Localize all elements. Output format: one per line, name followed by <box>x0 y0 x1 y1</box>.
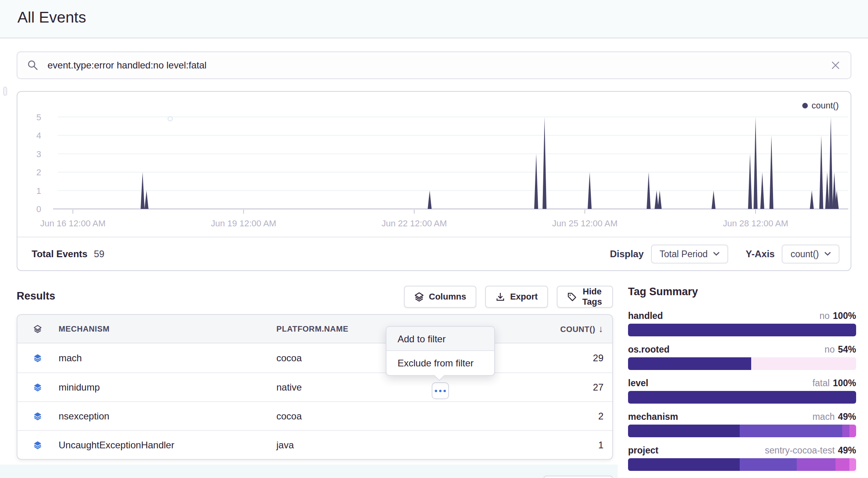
tag-top-value: no54% <box>824 344 856 355</box>
display-select-value: Total Period <box>660 249 708 260</box>
tag-bar-segment <box>628 458 740 471</box>
cell-count[interactable]: 1 <box>498 440 612 451</box>
search-input[interactable]: event.type:error handled:no level:fatal <box>48 60 830 71</box>
cell-actions-button[interactable] <box>432 382 449 399</box>
search-icon <box>27 59 39 71</box>
tag-distribution-bar[interactable] <box>628 357 856 370</box>
page-header: All Events <box>0 0 868 38</box>
button-label: Columns <box>429 292 466 302</box>
column-header-count[interactable]: COUNT()↓ <box>498 323 612 334</box>
download-icon <box>495 292 505 302</box>
table-header-layers-icon <box>17 323 42 335</box>
column-header-mechanism[interactable]: MECHANISM <box>42 324 276 334</box>
table-row: nsexceptioncocoa2 <box>17 401 612 430</box>
tag-top-value: no100% <box>820 311 856 321</box>
tag-distribution-bar[interactable] <box>628 391 856 404</box>
cell-mechanism[interactable]: mach <box>42 353 276 364</box>
tag-name: level <box>628 378 648 389</box>
svg-text:Jun 19 12:00 AM: Jun 19 12:00 AM <box>211 218 276 228</box>
tag-distribution-bar[interactable] <box>628 458 856 471</box>
columns-button[interactable]: Columns <box>404 286 476 308</box>
tag-bar-segment <box>842 425 849 437</box>
tag-bar-segment <box>628 357 751 370</box>
cell-count[interactable]: 2 <box>498 411 612 422</box>
cell-count[interactable]: 27 <box>498 382 612 393</box>
search-bar[interactable]: event.type:error handled:no level:fatal <box>17 51 851 79</box>
tag-name: project <box>628 445 659 456</box>
tag-label-row: os.rootedno54% <box>628 344 856 355</box>
total-events-value: 59 <box>94 248 105 260</box>
svg-text:4: 4 <box>36 131 41 140</box>
tag-bar-segment <box>849 425 856 437</box>
sort-desc-icon: ↓ <box>598 323 603 334</box>
tag-percent: 54% <box>838 344 856 355</box>
tag-bar-segment <box>797 458 836 471</box>
svg-text:Jun 22 12:00 AM: Jun 22 12:00 AM <box>381 218 447 228</box>
results-toolbar: ColumnsExportHide Tags <box>404 286 613 308</box>
tag-bar-segment <box>740 458 797 471</box>
tag-item-project: projectsentry-cocoa-test49% <box>628 445 856 471</box>
svg-text:2: 2 <box>36 167 41 177</box>
results-heading: Results <box>17 290 55 302</box>
tag-bar-segment <box>740 425 842 437</box>
pagination-button[interactable] <box>543 476 613 478</box>
column-header-count-label: COUNT() <box>560 325 596 334</box>
table-row: UncaughtExceptionHandlerjava1 <box>17 430 612 459</box>
cell-mechanism[interactable]: nsexception <box>42 411 276 422</box>
button-label: Hide Tags <box>582 286 603 307</box>
bottom-strip <box>0 465 618 478</box>
tag-item-mechanism: mechanismmach49% <box>628 412 856 437</box>
tag-item-os.rooted: os.rootedno54% <box>628 344 856 370</box>
tag-distribution-bar[interactable] <box>628 425 856 437</box>
yaxis-select[interactable]: count() <box>782 245 839 264</box>
tag-summary-panel: Tag Summary handledno100%os.rootedno54%l… <box>628 286 856 478</box>
cell-mechanism[interactable]: UncaughtExceptionHandler <box>42 440 276 451</box>
tag-icon <box>567 292 577 302</box>
svg-text:5: 5 <box>36 112 41 122</box>
menu-item-add-to-filter[interactable]: Add to filter <box>386 327 494 351</box>
tag-bar-segment <box>628 391 856 404</box>
cell-platform-name[interactable]: native <box>276 382 498 393</box>
chart-footer: Total Events 59 Display Total Period Y-A… <box>32 237 839 271</box>
tag-bar-segment <box>628 425 740 437</box>
panel-drag-handle[interactable] <box>3 87 7 96</box>
yaxis-label: Y-Axis <box>746 248 775 260</box>
tag-top-value: sentry-cocoa-test49% <box>765 445 856 456</box>
clear-search-icon[interactable] <box>830 60 841 71</box>
display-label: Display <box>610 248 643 260</box>
export-button[interactable]: Export <box>485 286 548 308</box>
tag-percent: 100% <box>833 378 856 388</box>
table-row: minidumpnative27 <box>17 372 612 401</box>
display-select[interactable]: Total Period <box>651 245 728 264</box>
cell-mechanism[interactable]: minidump <box>42 382 276 393</box>
row-layers-icon <box>17 352 42 364</box>
cell-platform-name[interactable]: java <box>276 440 498 451</box>
tag-name: handled <box>628 311 663 321</box>
page-title: All Events <box>17 9 86 26</box>
tag-label-row: projectsentry-cocoa-test49% <box>628 445 856 456</box>
tag-bar-segment <box>836 458 849 471</box>
chevron-down-icon <box>713 252 720 256</box>
tag-top-value: mach49% <box>813 412 856 422</box>
tag-label-row: handledno100% <box>628 311 856 321</box>
cell-platform-name[interactable]: cocoa <box>276 411 498 422</box>
svg-text:3: 3 <box>36 149 41 159</box>
tag-bar-segment <box>628 324 856 336</box>
svg-text:Jun 28 12:00 AM: Jun 28 12:00 AM <box>723 218 788 228</box>
cell-count[interactable]: 29 <box>498 353 612 364</box>
tag-summary-title: Tag Summary <box>628 286 856 298</box>
svg-text:1: 1 <box>36 186 41 196</box>
svg-text:0: 0 <box>36 204 41 214</box>
row-layers-icon <box>17 410 42 422</box>
total-events-label: Total Events <box>32 248 88 260</box>
table-row: machcocoa29 <box>17 343 612 372</box>
chevron-down-icon <box>824 252 831 256</box>
hide-tags-button[interactable]: Hide Tags <box>557 286 613 308</box>
row-layers-icon <box>17 381 42 393</box>
tag-percent: 49% <box>838 445 856 455</box>
tag-item-handled: handledno100% <box>628 311 856 336</box>
tag-distribution-bar[interactable] <box>628 324 856 336</box>
svg-text:Jun 16 12:00 AM: Jun 16 12:00 AM <box>40 218 105 228</box>
tag-percent: 100% <box>833 311 856 321</box>
button-label: Export <box>510 292 538 302</box>
